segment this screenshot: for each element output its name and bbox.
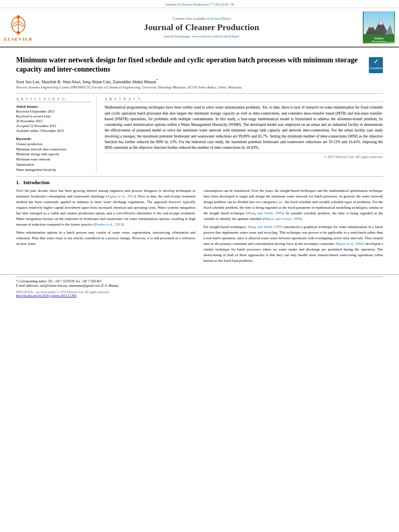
elsevier-label: ELSEVIER: [4, 37, 33, 41]
main-content: ✓ CrossMark Minimum water network design…: [0, 47, 399, 270]
article-info-column: A R T I C L E I N F O Article history: R…: [16, 97, 97, 172]
cleaner-production-image: Cleaner Production: [363, 11, 395, 43]
corresponding-star: *: [156, 78, 158, 82]
article-history-block: Article history: Received 4 September 20…: [16, 105, 91, 133]
article-info-label: A R T I C L E I N F O: [16, 97, 91, 102]
received-revised-label: Received in revised form: [16, 114, 91, 119]
keyword-6: Water management hierarchy: [16, 167, 91, 173]
abstract-label: A B S T R A C T: [105, 97, 383, 102]
title-area: ✓ CrossMark Minimum water network design…: [16, 55, 383, 74]
section-number: 1.: [16, 180, 20, 185]
keyword-5: Optimisation: [16, 162, 91, 167]
ref-agana[interactable]: Agana et al., 2013: [107, 194, 135, 198]
svg-text:CrossMark: CrossMark: [369, 67, 383, 70]
elsevier-tree-icon: [7, 14, 29, 36]
page: Journal of Cleaner Production 77 (2014) …: [0, 0, 399, 532]
doi-link[interactable]: http://dx.doi.org/10.1016/j.jclepro.2013…: [16, 294, 76, 298]
intro-para-1: Over the past decade, there has been gro…: [16, 188, 195, 228]
intro-para-4: For insight-based techniques, Wang and S…: [204, 224, 383, 264]
elsevier-logo-area: ELSEVIER: [4, 14, 44, 41]
footer-issn: 0959-6526/$ – see front matter © 2013 El…: [16, 290, 383, 294]
corresponding-footnote: * Corresponding author. Tel.: +60 7 5535…: [16, 279, 383, 283]
footer-doi: http://dx.doi.org/10.1016/j.jclepro.2013…: [16, 294, 383, 298]
journal-title: Journal of Cleaner Production: [44, 22, 359, 33]
footer-rule: [16, 277, 383, 277]
keyword-2: Minimum network inter-connections: [16, 147, 91, 152]
journal-header: ELSEVIER Contents lists available at Sci…: [0, 8, 399, 47]
keyword-3: Minimum storage tank capacity: [16, 152, 91, 157]
copyright-notice: © 2013 Elsevier Ltd. All rights reserved…: [105, 153, 383, 159]
history-heading: Article history:: [16, 105, 91, 109]
introduction-heading: 1. Introduction: [16, 180, 383, 186]
keyword-1: Cleaner production: [16, 142, 91, 147]
svg-text:Cleaner: Cleaner: [374, 37, 384, 40]
section-divider: [16, 176, 383, 177]
ref-majozi-2006[interactable]: Majozi et al. (2006): [335, 242, 364, 246]
introduction-body: Over the past decade, there has been gro…: [16, 188, 383, 266]
homepage-link[interactable]: journal homepage: www.elsevier.com/locat…: [164, 34, 239, 38]
journal-center: Contents lists available at ScienceDirec…: [44, 16, 359, 38]
authors-line: Sooi Joo Lee, Sharifah R. Wan Alwi, Jeng…: [16, 78, 383, 84]
ref-majozi-gouws[interactable]: Majozi and Gouws, 2009: [264, 217, 300, 221]
ref-wang-smith-1995[interactable]: Wang and Smith, 1995: [247, 211, 282, 215]
intro-left-col: Over the past decade, there has been gro…: [16, 188, 195, 266]
keywords-block: Keywords: Cleaner production Minimum net…: [16, 137, 91, 173]
ref-wang-smith-intro[interactable]: Wang and Smith (1995): [248, 225, 283, 229]
svg-text:Production: Production: [372, 40, 386, 42]
abstract-column: A B S T R A C T Mathematical programming…: [105, 97, 383, 172]
journal-citation: Journal of Cleaner Production 77 (2014) …: [165, 2, 234, 6]
intro-para-3: consumption can be minimised. Over the y…: [204, 188, 383, 222]
article-title: Minimum water network design for fixed s…: [16, 55, 383, 74]
elsevier-logo: ELSEVIER: [4, 14, 33, 41]
received-date: Received 4 September 2013: [16, 109, 91, 114]
cleaner-production-icon: Cleaner Production: [363, 11, 395, 42]
keyword-4: Minimum water network: [16, 157, 91, 162]
info-abstract-section: A R T I C L E I N F O Article history: R…: [16, 97, 383, 172]
cleaner-production-logo-area: Cleaner Production: [359, 11, 395, 43]
email-footnote: E-mail addresses: zain@cheme.utm.my, zai…: [16, 283, 383, 288]
affiliation: Process Systems Engineering Centre (PROS…: [16, 85, 383, 89]
journal-homepage: journal homepage: www.elsevier.com/locat…: [44, 34, 359, 38]
section-title-text: Introduction: [23, 180, 49, 185]
intro-right-col: consumption can be minimised. Over the y…: [204, 188, 383, 266]
introduction-section: 1. Introduction Over the past decade, th…: [16, 180, 383, 266]
svg-point-7: [17, 15, 20, 18]
divider: [16, 93, 383, 94]
svg-text:✓: ✓: [374, 58, 378, 65]
sciencedirect-anchor[interactable]: ScienceDirect: [210, 16, 230, 21]
article-footer: * Corresponding author. Tel.: +60 7 5535…: [0, 274, 399, 298]
ref-pombo[interactable]: Pombo et al., 2013: [95, 222, 122, 226]
sciencedirect-link: Contents lists available at ScienceDirec…: [44, 16, 359, 21]
journal-top-bar: Journal of Cleaner Production 77 (2014) …: [0, 0, 399, 8]
crossmark-icon: ✓ CrossMark: [369, 57, 383, 73]
intro-para-2: Water minimisation options in a batch pr…: [16, 230, 195, 247]
accepted-date: Accepted 22 November 2013: [16, 124, 91, 129]
revised-date: 20 November 2013: [16, 119, 91, 124]
available-date: Available online 3 December 2013: [16, 129, 91, 134]
keywords-heading: Keywords:: [16, 137, 91, 141]
abstract-text: Mathematical programming techniques have…: [105, 105, 383, 150]
